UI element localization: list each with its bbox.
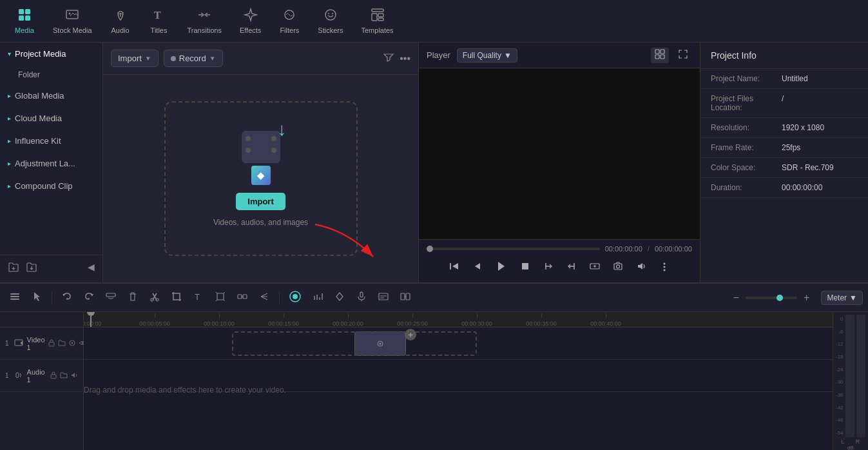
video-track-name-label: Video 1 bbox=[27, 336, 45, 351]
wondershare-logo: ◆ bbox=[251, 166, 271, 185]
meter-dropdown-btn[interactable]: Meter ▼ bbox=[821, 291, 863, 305]
import-media-button[interactable]: Import bbox=[236, 193, 285, 210]
undo-btn[interactable] bbox=[57, 288, 77, 307]
sidebar-item-global-media[interactable]: ▸ Global Media bbox=[0, 84, 102, 107]
zoom-handle[interactable] bbox=[776, 295, 783, 301]
more-options-icon[interactable]: ••• bbox=[400, 53, 410, 64]
toolbar-stickers[interactable]: Stickers bbox=[309, 4, 352, 38]
meter-bar-R bbox=[856, 315, 865, 437]
record-button[interactable]: Record ▼ bbox=[164, 50, 223, 67]
sidebar-cloud-media-label: Cloud Media bbox=[15, 113, 62, 123]
voice-record-btn[interactable] bbox=[352, 288, 371, 307]
meter-6: -6 bbox=[838, 329, 843, 335]
audio-mute-icon[interactable] bbox=[70, 371, 78, 380]
toolbar-titles[interactable]: T Titles bbox=[140, 4, 178, 38]
import-button[interactable]: Import ▼ bbox=[111, 50, 159, 67]
svg-rect-22 bbox=[614, 264, 622, 269]
toolbar-templates[interactable]: Templates bbox=[352, 4, 402, 38]
sidebar-bottom-bar: ◀ bbox=[0, 255, 102, 282]
sidebar-item-adjustment[interactable]: ▸ Adjustment La... bbox=[0, 152, 102, 175]
tick-5: 00:00:25:00 bbox=[397, 320, 428, 327]
subtitle-btn[interactable] bbox=[374, 288, 393, 307]
left-sidebar: ▾ Project Media Folder ▸ Global Media ▸ … bbox=[0, 43, 103, 282]
add-folder-icon[interactable] bbox=[8, 262, 19, 276]
toolbar-stickers-label: Stickers bbox=[318, 26, 343, 34]
svg-rect-34 bbox=[217, 293, 224, 300]
tick-3: 00:00:15:00 bbox=[268, 320, 299, 327]
expand-arrow-influence: ▸ bbox=[8, 137, 11, 144]
group-btn[interactable] bbox=[233, 288, 252, 307]
audio-detach-btn[interactable] bbox=[101, 288, 121, 307]
video-audio-icon[interactable] bbox=[68, 339, 76, 348]
svg-rect-41 bbox=[401, 293, 405, 300]
grid-view-btn[interactable] bbox=[651, 48, 669, 63]
play-btn[interactable] bbox=[493, 258, 510, 277]
audio-track-number: 1 bbox=[5, 372, 9, 379]
expand-view-btn[interactable] bbox=[674, 48, 692, 63]
toolbar-stock-media[interactable]: Stock Media bbox=[44, 4, 101, 38]
sidebar-item-influence-kit[interactable]: ▸ Influence Kit bbox=[0, 130, 102, 152]
tick-8: 00:00:40:00 bbox=[590, 320, 621, 327]
tool-select-btn[interactable] bbox=[27, 288, 46, 307]
toolbar-audio[interactable]: Audio bbox=[101, 4, 140, 38]
more-player-btn[interactable] bbox=[657, 259, 672, 277]
svg-rect-17 bbox=[661, 50, 664, 54]
frame-back-btn[interactable] bbox=[470, 259, 485, 277]
sidebar-item-cloud-media[interactable]: ▸ Cloud Media bbox=[0, 107, 102, 130]
zoom-out-btn[interactable]: − bbox=[729, 289, 743, 306]
stop-btn[interactable] bbox=[517, 259, 533, 277]
transform-btn[interactable] bbox=[211, 288, 230, 307]
svg-point-10 bbox=[332, 13, 333, 14]
import-folder-icon[interactable] bbox=[26, 262, 37, 276]
redo-btn[interactable] bbox=[79, 288, 99, 307]
sidebar-folder[interactable]: Folder bbox=[0, 65, 102, 84]
progress-track[interactable] bbox=[427, 248, 600, 250]
mark-out-btn[interactable] bbox=[564, 259, 579, 277]
auto-normalize-btn[interactable] bbox=[308, 288, 327, 307]
quality-select[interactable]: Full Quality ▼ bbox=[457, 48, 517, 63]
timeline-menu-btn[interactable] bbox=[5, 288, 24, 307]
meter-24: -24 bbox=[836, 367, 844, 373]
tick-2: 00:00:10:00 bbox=[204, 320, 235, 327]
keyframe-btn[interactable] bbox=[330, 288, 349, 307]
svg-point-5 bbox=[69, 13, 71, 15]
import-drop-zone[interactable]: ↓ ◆ Import Videos, audios, and images bbox=[164, 101, 358, 256]
filter-icon[interactable] bbox=[383, 52, 394, 66]
video-lock-icon[interactable] bbox=[48, 339, 55, 348]
sidebar-item-compound-clip[interactable]: ▸ Compound Clip bbox=[0, 175, 102, 197]
import-icon-area: ↓ ◆ bbox=[242, 131, 280, 185]
playhead[interactable] bbox=[90, 312, 92, 327]
more-timeline-btn[interactable] bbox=[255, 288, 274, 307]
toolbar-filters[interactable]: Filters bbox=[270, 4, 309, 38]
collapse-sidebar-btn[interactable]: ◀ bbox=[88, 262, 95, 276]
add-to-timeline-btn[interactable] bbox=[587, 259, 603, 277]
toolbar-effects[interactable]: Effects bbox=[231, 4, 270, 38]
audio-lock-icon[interactable] bbox=[50, 371, 57, 380]
quality-dropdown-arrow: ▼ bbox=[504, 51, 512, 60]
info-label-duration: Duration: bbox=[711, 183, 782, 192]
audio-folder-icon[interactable] bbox=[60, 371, 68, 380]
mark-in-btn[interactable] bbox=[541, 259, 556, 277]
timeline-tracks-area[interactable]: 00:00:00 00:00:05:00 00:00:10:00 00:00:1… bbox=[84, 312, 833, 450]
text-btn[interactable]: T bbox=[189, 288, 208, 307]
split-audio-btn[interactable] bbox=[396, 288, 415, 307]
volume-btn[interactable] bbox=[633, 259, 649, 277]
video-track-area[interactable]: + bbox=[84, 328, 833, 360]
toolbar-media[interactable]: Media bbox=[5, 4, 44, 38]
info-label-resolution: Resolution: bbox=[711, 123, 782, 132]
toolbar-transitions[interactable]: Transitions bbox=[178, 4, 231, 38]
svg-rect-13 bbox=[378, 14, 383, 17]
zoom-in-btn[interactable]: + bbox=[800, 289, 813, 306]
skip-back-btn[interactable] bbox=[447, 259, 462, 277]
progress-handle[interactable] bbox=[427, 246, 433, 252]
crop-btn[interactable] bbox=[167, 288, 186, 307]
titles-icon: T bbox=[152, 8, 166, 24]
snapshot-btn[interactable] bbox=[610, 259, 626, 277]
cut-btn[interactable] bbox=[145, 288, 164, 307]
zoom-slider-track[interactable] bbox=[746, 297, 797, 299]
delete-btn[interactable] bbox=[123, 288, 142, 307]
magnetic-snap-btn[interactable] bbox=[285, 288, 305, 308]
sidebar-item-project-media[interactable]: ▾ Project Media bbox=[0, 43, 102, 65]
svg-rect-18 bbox=[655, 55, 659, 59]
video-folder-icon[interactable] bbox=[58, 339, 66, 348]
